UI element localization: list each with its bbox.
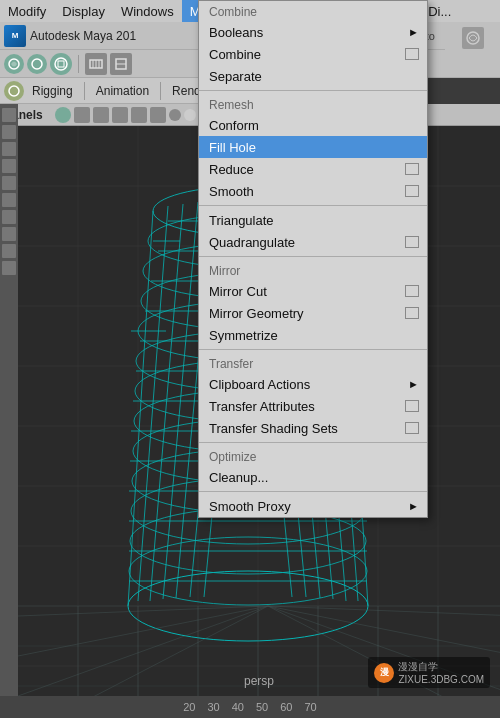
smooth-proxy-arrow-icon: ► — [408, 500, 419, 512]
transfer-attr-box-icon — [405, 400, 419, 412]
status-bar: 20 30 40 50 60 70 — [0, 696, 500, 718]
panel-icon-5[interactable] — [131, 107, 147, 123]
persp-label: persp — [244, 674, 274, 688]
animation-label[interactable]: Animation — [92, 84, 153, 98]
watermark-line1: 漫漫自学 — [398, 660, 484, 674]
separator-tri — [199, 205, 427, 206]
status-num-4: 50 — [256, 701, 268, 713]
menu-fill-hole[interactable]: Fill Hole — [199, 136, 427, 158]
menu-transfer-attributes[interactable]: Transfer Attributes — [199, 395, 427, 417]
menu-conform[interactable]: Conform — [199, 114, 427, 136]
panel-icon-8[interactable] — [184, 109, 196, 121]
separator-1 — [78, 55, 79, 73]
menu-display[interactable]: Display — [54, 0, 113, 22]
section-optimize-label: Optimize — [199, 446, 427, 466]
panel-icon-1[interactable] — [55, 107, 71, 123]
separator-proxy — [199, 491, 427, 492]
menu-triangulate[interactable]: Triangulate — [199, 209, 427, 231]
svg-point-4 — [55, 58, 67, 70]
quadrangulate-box-icon — [405, 236, 419, 248]
panel-icon-4[interactable] — [112, 107, 128, 123]
menu-reduce[interactable]: Reduce — [199, 158, 427, 180]
separator-mirror — [199, 256, 427, 257]
menu-separate[interactable]: Separate — [199, 65, 427, 87]
maya-logo-icon: M — [4, 25, 26, 47]
menu-modify[interactable]: Modify — [0, 0, 54, 22]
menu-symmetrize[interactable]: Symmetrize — [199, 324, 427, 346]
sidebar-icon-9[interactable] — [2, 244, 16, 258]
section-transfer-label: Transfer — [199, 353, 427, 373]
separator-remesh — [199, 90, 427, 91]
svg-rect-5 — [58, 61, 64, 67]
menu-smooth-proxy[interactable]: Smooth Proxy ► — [199, 495, 427, 517]
transfer-shading-box-icon — [405, 422, 419, 434]
sidebar-icon-10[interactable] — [2, 261, 16, 275]
sidebar-icon-7[interactable] — [2, 210, 16, 224]
menu-mirror-geometry[interactable]: Mirror Geometry — [199, 302, 427, 324]
status-num-3: 40 — [232, 701, 244, 713]
separator-optimize — [199, 442, 427, 443]
menu-mirror-cut[interactable]: Mirror Cut — [199, 280, 427, 302]
clipboard-arrow-icon: ► — [408, 378, 419, 390]
menu-smooth[interactable]: Smooth — [199, 180, 427, 202]
left-sidebar — [0, 104, 18, 696]
section-remesh-label: Remesh — [199, 94, 427, 114]
sidebar-icon-2[interactable] — [2, 125, 16, 139]
panels-icons — [55, 107, 211, 123]
sidebar-icon-1[interactable] — [2, 108, 16, 122]
sidebar-icon-3[interactable] — [2, 142, 16, 156]
panel-icon-7[interactable] — [169, 109, 181, 121]
status-num-1: 20 — [183, 701, 195, 713]
sidebar-icon-6[interactable] — [2, 193, 16, 207]
status-num-6: 70 — [305, 701, 317, 713]
section-mirror-label: Mirror — [199, 260, 427, 280]
menu-transfer-shading[interactable]: Transfer Shading Sets — [199, 417, 427, 439]
menu-quadrangulate[interactable]: Quadrangulate — [199, 231, 427, 253]
status-num-2: 30 — [208, 701, 220, 713]
separator-transfer — [199, 349, 427, 350]
toolbar-icon-1[interactable] — [4, 54, 24, 74]
panel-icon-6[interactable] — [150, 107, 166, 123]
menu-windows[interactable]: Windows — [113, 0, 182, 22]
sep-2 — [84, 82, 85, 100]
sep-3 — [160, 82, 161, 100]
menu-combine[interactable]: Combine — [199, 43, 427, 65]
combine-box-icon — [405, 48, 419, 60]
right-tool-1[interactable] — [462, 27, 484, 49]
toolbar-icon-5[interactable] — [110, 53, 132, 75]
section-combine-label: Combine — [199, 1, 427, 21]
mirror-cut-box-icon — [405, 285, 419, 297]
smooth-box-icon — [405, 185, 419, 197]
rigging-icon[interactable] — [4, 81, 24, 101]
reduce-box-icon — [405, 163, 419, 175]
sidebar-icon-4[interactable] — [2, 159, 16, 173]
rigging-label[interactable]: Rigging — [28, 84, 77, 98]
svg-point-3 — [32, 59, 42, 69]
mirror-geo-box-icon — [405, 307, 419, 319]
toolbar-icon-4[interactable] — [85, 53, 107, 75]
sidebar-icon-5[interactable] — [2, 176, 16, 190]
watermark-line2: ZIXUE.3DBG.COM — [398, 674, 484, 685]
menu-clipboard-actions[interactable]: Clipboard Actions ► — [199, 373, 427, 395]
dropdown-menu: Combine Booleans ► Combine Separate Reme… — [198, 0, 428, 518]
watermark: 漫 漫漫自学 ZIXUE.3DBG.COM — [368, 657, 490, 688]
watermark-logo-icon: 漫 — [374, 663, 394, 683]
app-title: Autodesk Maya 201 — [30, 29, 136, 43]
menu-booleans[interactable]: Booleans ► — [199, 21, 427, 43]
watermark-text-block: 漫漫自学 ZIXUE.3DBG.COM — [398, 660, 484, 685]
toolbar-icon-2[interactable] — [27, 54, 47, 74]
panel-icon-3[interactable] — [93, 107, 109, 123]
status-num-5: 60 — [280, 701, 292, 713]
booleans-arrow-icon: ► — [408, 26, 419, 38]
sidebar-icon-8[interactable] — [2, 227, 16, 241]
toolbar-icon-3[interactable] — [50, 53, 72, 75]
svg-point-12 — [9, 86, 19, 96]
panel-icon-2[interactable] — [74, 107, 90, 123]
menu-cleanup[interactable]: Cleanup... — [199, 466, 427, 488]
